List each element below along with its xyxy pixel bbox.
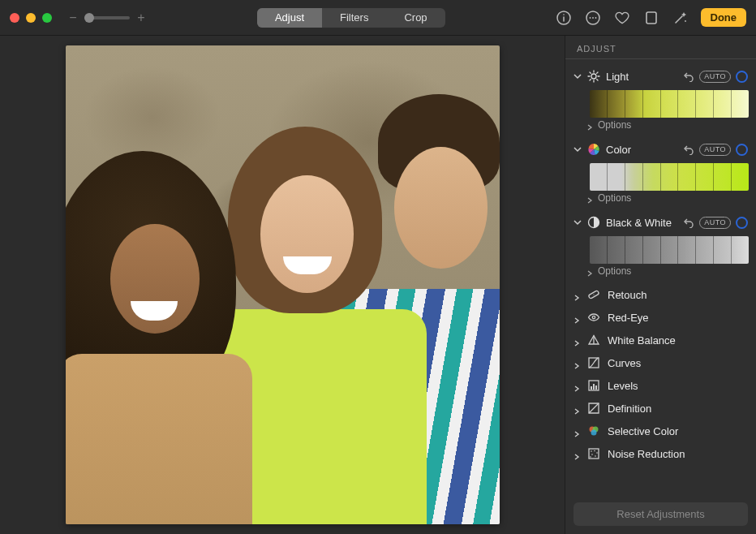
noise-icon — [586, 446, 601, 461]
auto-button[interactable]: AUTO — [699, 144, 731, 156]
color-options-toggle[interactable]: Options — [586, 192, 748, 204]
app-window: − + Adjust Filters Crop Do — [0, 0, 756, 534]
row-retouch-label: Retouch — [608, 289, 646, 301]
zoom-control: − + — [67, 11, 148, 24]
bw-strip[interactable] — [590, 236, 749, 264]
svg-point-30 — [591, 430, 597, 436]
reset-adjustments-button[interactable]: Reset Adjustments — [573, 502, 748, 526]
row-levels-label: Levels — [608, 380, 638, 392]
canvas — [0, 36, 565, 534]
row-retouch[interactable]: Retouch — [565, 283, 756, 306]
zoom-in-button[interactable]: + — [135, 11, 148, 24]
panel-color-label: Color — [606, 144, 678, 156]
light-options-toggle[interactable]: Options — [586, 119, 748, 131]
panel-light-header[interactable]: Light AUTO — [573, 66, 748, 87]
panel-light: Light AUTO Options — [565, 64, 756, 137]
enable-ring[interactable] — [736, 144, 748, 156]
undo-icon[interactable] — [683, 217, 694, 228]
svg-point-37 — [590, 456, 591, 458]
mode-tabs: Adjust Filters Crop — [257, 8, 445, 28]
svg-point-9 — [685, 20, 686, 22]
svg-point-6 — [595, 17, 596, 19]
tab-filters[interactable]: Filters — [322, 8, 386, 28]
panel-color-header[interactable]: Color AUTO — [573, 139, 748, 160]
row-selectivecolor-label: Selective Color — [608, 425, 678, 437]
row-curves[interactable]: Curves — [565, 351, 756, 374]
auto-button[interactable]: AUTO — [699, 217, 731, 229]
eye-icon — [586, 310, 601, 325]
selective-color-icon — [586, 424, 601, 438]
close-window-button[interactable] — [10, 13, 19, 23]
chevron-right-icon — [573, 337, 580, 343]
svg-rect-25 — [591, 386, 592, 390]
titlebar: − + Adjust Filters Crop Do — [0, 0, 756, 36]
color-wheel-icon — [586, 142, 601, 157]
svg-line-15 — [590, 72, 591, 73]
row-levels[interactable]: Levels — [565, 374, 756, 397]
enable-ring[interactable] — [736, 217, 748, 229]
svg-point-10 — [591, 74, 596, 79]
bw-options-label: Options — [598, 265, 631, 277]
row-definition-label: Definition — [608, 403, 651, 415]
chevron-down-icon — [573, 72, 582, 80]
svg-point-33 — [594, 450, 595, 452]
reset-wrap: Reset Adjustments — [565, 494, 756, 534]
panel-light-label: Light — [606, 71, 678, 83]
row-noisereduction[interactable]: Noise Reduction — [565, 442, 756, 465]
svg-rect-26 — [593, 384, 595, 390]
svg-point-22 — [592, 316, 595, 318]
bw-icon — [586, 215, 601, 230]
row-selectivecolor[interactable]: Selective Color — [565, 420, 756, 442]
sidebar-title: ADJUST — [565, 44, 756, 59]
svg-point-34 — [596, 452, 598, 454]
enable-ring[interactable] — [736, 71, 748, 83]
chevron-right-icon — [573, 428, 580, 434]
chevron-right-icon — [586, 268, 593, 274]
undo-icon[interactable] — [683, 71, 694, 82]
svg-line-16 — [597, 80, 598, 80]
minimize-window-button[interactable] — [26, 13, 36, 23]
definition-icon — [586, 401, 601, 416]
row-redeye-label: Red-Eye — [608, 312, 649, 324]
panel-color: Color AUTO Options — [565, 137, 756, 210]
color-options-label: Options — [598, 192, 631, 204]
panel-bw-label: Black & White — [606, 217, 678, 229]
svg-point-32 — [591, 450, 592, 452]
favorite-icon[interactable] — [613, 9, 631, 27]
zoom-out-button[interactable]: − — [67, 11, 79, 24]
undo-icon[interactable] — [683, 144, 694, 155]
tab-crop[interactable]: Crop — [386, 8, 445, 28]
svg-point-4 — [589, 17, 591, 19]
enhance-icon[interactable] — [672, 9, 689, 27]
svg-line-8 — [676, 16, 682, 23]
aspect-icon[interactable] — [642, 9, 660, 27]
svg-point-36 — [595, 455, 596, 457]
row-whitebalance[interactable]: White Balance — [565, 329, 756, 351]
row-noisereduction-label: Noise Reduction — [608, 448, 685, 460]
auto-button[interactable]: AUTO — [699, 71, 731, 83]
chevron-right-icon — [573, 314, 580, 321]
chevron-down-icon — [573, 145, 582, 153]
tab-adjust[interactable]: Adjust — [257, 8, 322, 28]
info-icon[interactable] — [555, 9, 573, 27]
curves-icon — [586, 355, 601, 370]
done-button[interactable]: Done — [701, 8, 747, 27]
svg-point-35 — [591, 454, 593, 455]
light-strip[interactable] — [590, 90, 749, 118]
row-redeye[interactable]: Red-Eye — [565, 306, 756, 329]
svg-point-5 — [592, 17, 594, 19]
light-options-label: Options — [598, 119, 631, 131]
chevron-right-icon — [586, 195, 593, 201]
row-definition[interactable]: Definition — [565, 397, 756, 420]
color-strip[interactable] — [590, 163, 749, 191]
levels-icon — [586, 378, 601, 393]
photo-preview[interactable] — [66, 45, 500, 524]
svg-line-17 — [590, 80, 591, 80]
bw-options-toggle[interactable]: Options — [586, 265, 748, 277]
zoom-slider[interactable] — [84, 16, 130, 19]
chevron-right-icon — [586, 122, 593, 128]
fullscreen-window-button[interactable] — [42, 13, 52, 23]
more-icon[interactable] — [584, 9, 602, 27]
svg-rect-27 — [595, 385, 597, 390]
panel-bw-header[interactable]: Black & White AUTO — [573, 212, 748, 233]
